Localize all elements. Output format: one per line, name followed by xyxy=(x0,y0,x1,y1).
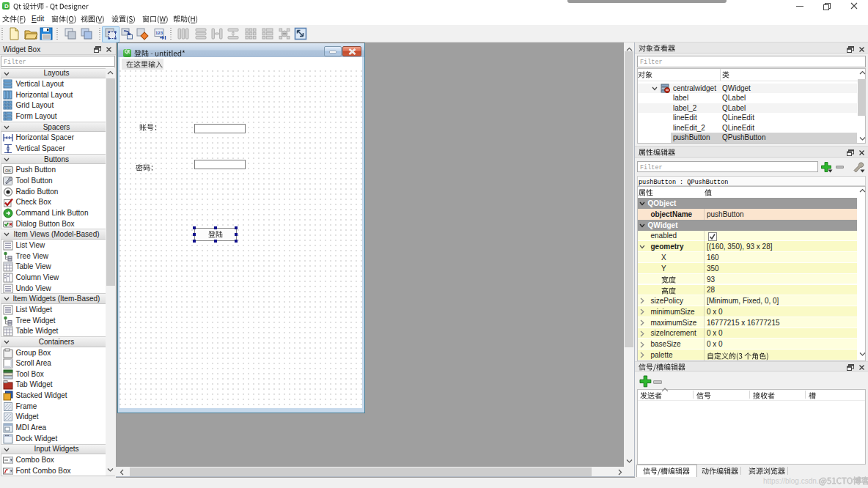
svg-text:OK: OK xyxy=(5,169,11,173)
svg-text:123: 123 xyxy=(155,31,163,35)
